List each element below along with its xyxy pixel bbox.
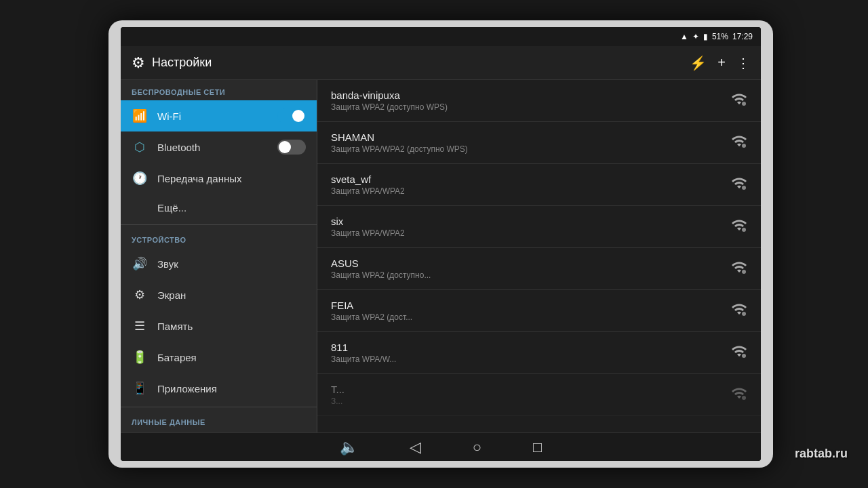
- tablet-frame: ▲ ✦ ▮ 51% 17:29 ⚙ Настройки ⚡ + ⋮ БЕСПРО…: [108, 20, 773, 468]
- wifi-network-item[interactable]: 811 Защита WPA/W...: [317, 332, 761, 374]
- wifi-signal-icon: [731, 259, 747, 279]
- apps-icon: 📱: [132, 381, 148, 396]
- volume-button[interactable]: 🔈: [334, 433, 363, 462]
- sound-icon: 🔊: [132, 256, 148, 271]
- bottom-nav: 🔈 ◁ ○ □: [121, 432, 761, 461]
- wifi-network-item[interactable]: T... З...: [317, 374, 761, 416]
- wifi-network-security: Защита WPA/WPA2: [331, 186, 723, 196]
- wifi-network-info: sveta_wf Защита WPA/WPA2: [331, 174, 723, 196]
- sidebar-item-memory[interactable]: ☰ Память: [121, 310, 317, 342]
- apps-label: Приложения: [157, 383, 306, 394]
- wifi-network-name: six: [331, 216, 723, 227]
- display-label: Экран: [157, 289, 306, 301]
- more-label: Ещё...: [132, 202, 306, 214]
- wifi-network-security: Защита WPA/WPA2 (доступно WPS): [331, 144, 723, 154]
- wifi-toggle-track[interactable]: [277, 108, 306, 123]
- sidebar-item-more[interactable]: Ещё...: [121, 194, 317, 222]
- wifi-network-security: Защита WPA2 (дост...: [331, 312, 723, 322]
- sidebar-item-bluetooth[interactable]: ⬡ Bluetooth 0: [121, 131, 317, 163]
- svg-point-3: [742, 228, 746, 232]
- divider-1: [121, 224, 317, 225]
- sound-label: Звук: [157, 258, 306, 270]
- sidebar-item-display[interactable]: ⚙ Экран: [121, 279, 317, 310]
- wifi-signal-icon: [731, 133, 747, 152]
- home-button[interactable]: ○: [467, 433, 487, 462]
- sidebar-item-apps[interactable]: 📱 Приложения: [121, 373, 317, 404]
- memory-label: Память: [157, 321, 306, 332]
- wifi-network-security: Защита WPA/WPA2: [331, 228, 723, 238]
- wifi-network-name: banda-vinipuxa: [331, 89, 723, 101]
- add-button[interactable]: +: [717, 55, 726, 70]
- display-icon: ⚙: [132, 287, 148, 302]
- main-content: БЕСПРОВОДНЫЕ СЕТИ 📶 Wi-Fi ⬡ Bluetooth: [121, 80, 761, 432]
- sidebar-item-data[interactable]: 🕐 Передача данных: [121, 163, 317, 194]
- bluetooth-label: Bluetooth: [157, 142, 268, 153]
- wifi-status-icon: ▲: [680, 32, 688, 41]
- section-header-device: УСТРОЙСТВО: [121, 228, 317, 248]
- wifi-signal-icon: [731, 175, 747, 195]
- wifi-network-item[interactable]: sveta_wf Защита WPA/WPA2: [317, 164, 761, 206]
- svg-point-7: [742, 396, 746, 400]
- wifi-network-security: З...: [331, 396, 723, 406]
- more-button[interactable]: ⋮: [736, 55, 750, 71]
- wifi-network-item[interactable]: SHAMAN Защита WPA/WPA2 (доступно WPS): [317, 122, 761, 164]
- svg-point-2: [742, 186, 746, 190]
- wifi-network-info: FEIA Защита WPA2 (дост...: [331, 300, 723, 322]
- sidebar-item-sound[interactable]: 🔊 Звук: [121, 248, 317, 279]
- svg-point-1: [742, 144, 746, 148]
- battery-sidebar-icon: 🔋: [132, 350, 148, 365]
- sidebar-item-battery[interactable]: 🔋 Батарея: [121, 342, 317, 373]
- svg-point-5: [742, 312, 746, 316]
- sidebar-item-location[interactable]: 📍 Местоположение: [121, 430, 317, 432]
- wifi-toggle[interactable]: [277, 108, 306, 123]
- wifi-network-info: T... З...: [331, 384, 723, 406]
- back-button[interactable]: ◁: [404, 433, 427, 462]
- wifi-icon: 📶: [132, 108, 148, 123]
- signal-icon: ✦: [692, 32, 699, 41]
- wifi-network-info: banda-vinipuxa Защита WPA2 (доступно WPS…: [331, 89, 723, 112]
- wifi-network-info: 811 Защита WPA/W...: [331, 342, 723, 364]
- recent-button[interactable]: □: [528, 433, 547, 462]
- bluetooth-toggle[interactable]: 0: [277, 140, 306, 155]
- action-bar-icons-group: ⚡ + ⋮: [690, 55, 750, 71]
- action-bar-title-group: ⚙ Настройки: [132, 54, 690, 72]
- tablet-screen: ▲ ✦ ▮ 51% 17:29 ⚙ Настройки ⚡ + ⋮ БЕСПРО…: [121, 27, 761, 461]
- bluetooth-icon: ⬡: [132, 140, 148, 155]
- battery-percent: 51%: [712, 32, 728, 41]
- wifi-signal-icon: [731, 343, 747, 363]
- svg-point-6: [742, 354, 746, 358]
- bolt-button[interactable]: ⚡: [690, 55, 707, 71]
- wifi-network-security: Защита WPA2 (доступно...: [331, 270, 723, 280]
- wifi-toggle-thumb: [292, 110, 304, 122]
- sidebar: БЕСПРОВОДНЫЕ СЕТИ 📶 Wi-Fi ⬡ Bluetooth: [121, 80, 317, 432]
- page-title: Настройки: [152, 56, 212, 70]
- section-header-personal: ЛИЧНЫЕ ДАННЫЕ: [121, 410, 317, 430]
- wifi-networks-panel: banda-vinipuxa Защита WPA2 (доступно WPS…: [317, 80, 761, 432]
- wifi-label: Wi-Fi: [157, 110, 268, 122]
- wifi-network-info: SHAMAN Защита WPA/WPA2 (доступно WPS): [331, 131, 723, 154]
- wifi-network-security: Защита WPA2 (доступно WPS): [331, 102, 723, 112]
- section-header-wireless: БЕСПРОВОДНЫЕ СЕТИ: [121, 80, 317, 100]
- memory-icon: ☰: [132, 319, 148, 333]
- svg-point-0: [742, 102, 746, 106]
- wifi-network-item[interactable]: ASUS Защита WPA2 (доступно...: [317, 248, 761, 290]
- wifi-signal-icon: [731, 301, 747, 321]
- status-bar: ▲ ✦ ▮ 51% 17:29: [121, 27, 761, 46]
- watermark: rabtab.ru: [795, 447, 848, 461]
- clock: 17:29: [732, 32, 753, 41]
- wifi-network-name: SHAMAN: [331, 131, 723, 143]
- settings-gear-icon: ⚙: [132, 54, 145, 72]
- wifi-network-item[interactable]: six Защита WPA/WPA2: [317, 206, 761, 248]
- action-bar: ⚙ Настройки ⚡ + ⋮: [121, 46, 761, 80]
- data-icon: 🕐: [132, 171, 148, 186]
- wifi-network-name: sveta_wf: [331, 174, 723, 185]
- wifi-network-info: ASUS Защита WPA2 (доступно...: [331, 258, 723, 280]
- sidebar-item-wifi[interactable]: 📶 Wi-Fi: [121, 100, 317, 131]
- wifi-network-item[interactable]: banda-vinipuxa Защита WPA2 (доступно WPS…: [317, 80, 761, 122]
- wifi-network-security: Защита WPA/W...: [331, 354, 723, 364]
- wifi-network-item[interactable]: FEIA Защита WPA2 (дост...: [317, 290, 761, 332]
- wifi-signal-icon: [731, 385, 747, 405]
- bluetooth-toggle-track[interactable]: 0: [277, 140, 306, 155]
- wifi-network-name: T...: [331, 384, 723, 395]
- wifi-signal-icon: [731, 217, 747, 237]
